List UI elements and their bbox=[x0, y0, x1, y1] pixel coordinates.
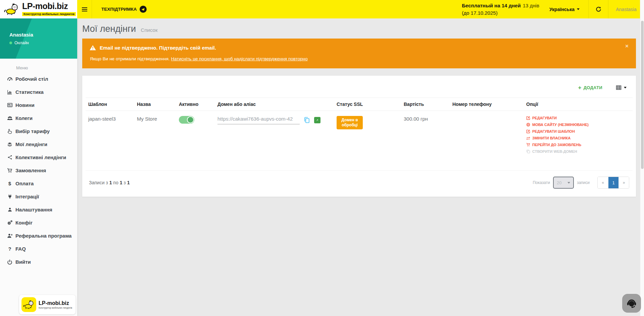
sidebar-user-status: Онлайн bbox=[14, 41, 29, 45]
sidebar-item-news[interactable]: Новини bbox=[0, 99, 77, 112]
option-create-web-domain[interactable]: СТВОРИТИ WEB-ДОМЕН bbox=[526, 149, 630, 153]
top-bar: LP-mobi.biz Конструктор мобильных лендин… bbox=[0, 0, 644, 18]
add-landing-button[interactable]: + ДОДАТИ bbox=[576, 85, 604, 90]
col-header-name: Назва bbox=[134, 98, 176, 111]
phone-cell bbox=[450, 111, 524, 171]
main-content: Мої лендінги Список Email не підтверджен… bbox=[77, 18, 644, 316]
copy-domain-button[interactable] bbox=[303, 117, 310, 124]
sidebar-item-orders[interactable]: Замовлення bbox=[0, 164, 77, 177]
sidebar-footer-logo[interactable]: LP-mobi.biz Конструктор мобільних лендін… bbox=[19, 295, 76, 314]
option-edit-template[interactable]: РЕДАГУВАТИ ШАБЛОН bbox=[526, 129, 630, 133]
question-icon: ? bbox=[6, 246, 13, 251]
account-name: Anastasia bbox=[616, 7, 636, 12]
page-subtitle: Список bbox=[141, 27, 158, 33]
sidebar-item-integrations[interactable]: Інтеграції bbox=[0, 190, 77, 203]
sidebar-item-statistics[interactable]: Статистика bbox=[0, 85, 77, 99]
dog-mascot-icon bbox=[21, 297, 36, 312]
option-change-owner[interactable]: ЗМІНИТИ ВЛАСНИКА bbox=[526, 136, 630, 140]
sidebar-toggle-button[interactable] bbox=[77, 0, 92, 18]
sidebar-user-name: Anastasia bbox=[9, 32, 77, 38]
headset-icon bbox=[626, 298, 637, 309]
trial-plan: Бесплатный на 14 дней bbox=[462, 3, 521, 8]
telegram-icon bbox=[140, 6, 147, 13]
option-go-to-orders[interactable]: ПЕРЕЙТИ ДО ЗАМОВЛЕНЬ bbox=[526, 143, 630, 147]
table-row: japan-steel3 My Store bbox=[86, 111, 633, 171]
trial-days-left: 13 днів bbox=[523, 3, 539, 8]
users-icon bbox=[6, 115, 13, 121]
sidebar-item-collective-landings[interactable]: Колективні лендінги bbox=[0, 151, 77, 164]
pagination: « 1 » bbox=[597, 177, 629, 189]
hand-pointer-icon bbox=[6, 129, 13, 134]
active-cell bbox=[176, 111, 215, 171]
user-plus-icon bbox=[6, 233, 13, 239]
sidebar-item-my-landings[interactable]: Мої лендінги bbox=[0, 138, 77, 151]
sidebar-item-payment[interactable]: $ Оплата bbox=[0, 177, 77, 190]
newspaper-icon bbox=[6, 102, 13, 108]
dollar-icon: $ bbox=[6, 181, 13, 186]
refresh-icon bbox=[596, 6, 601, 12]
sidebar: Anastasia Онлайн Меню Робочий стіл Стати… bbox=[0, 18, 77, 316]
gears-icon bbox=[6, 220, 13, 226]
sidebar-item-faq[interactable]: ? FAQ bbox=[0, 242, 77, 255]
page-scrollbar[interactable] bbox=[640, 0, 644, 316]
domain-input[interactable] bbox=[217, 116, 300, 124]
open-landing-button[interactable] bbox=[314, 117, 320, 123]
active-toggle[interactable] bbox=[179, 116, 194, 124]
logo-title: LP-mobi.biz bbox=[22, 1, 68, 11]
option-edit[interactable]: РЕДАГУВАТИ bbox=[526, 116, 630, 120]
language-selector[interactable]: Українська bbox=[549, 7, 580, 12]
sidebar-item-tariff[interactable]: Вибір тарифу bbox=[0, 125, 77, 138]
scrollbar-thumb[interactable] bbox=[641, 21, 644, 169]
sidebar-item-settings[interactable]: Налаштування bbox=[0, 203, 77, 216]
chevron-down-icon bbox=[577, 8, 580, 10]
plus-icon: + bbox=[578, 85, 581, 90]
chevron-down-icon bbox=[624, 87, 627, 88]
name-cell: My Store bbox=[134, 111, 176, 171]
landings-panel: + ДОДАТИ Шаблон На bbox=[82, 76, 636, 197]
col-header-template: Шаблон bbox=[86, 98, 134, 111]
alert-close-button[interactable]: × bbox=[623, 43, 631, 49]
refresh-button[interactable] bbox=[589, 0, 608, 18]
pager-next-button[interactable]: » bbox=[618, 177, 629, 188]
table-header-row: Шаблон Назва Активно Домен або аліас Ста… bbox=[86, 98, 633, 111]
email-warning-alert: Email не підтверджено. Підтвердіть свій … bbox=[82, 39, 636, 68]
share-icon bbox=[6, 155, 13, 160]
dog-mascot-icon bbox=[4, 3, 19, 15]
menu-section-label: Меню bbox=[0, 59, 77, 72]
price-cell: 300.00 грн bbox=[401, 111, 450, 171]
online-status-dot bbox=[9, 42, 12, 44]
dashboard-icon bbox=[6, 76, 13, 82]
chevron-down-icon bbox=[567, 182, 570, 184]
records-summary: Записи з 1 по 1 з 1 bbox=[89, 180, 130, 185]
sidebar-item-config[interactable]: Конфіг bbox=[0, 216, 77, 229]
sidebar-item-logout[interactable]: Вийти bbox=[0, 255, 77, 268]
col-header-options: Опції bbox=[524, 98, 633, 111]
alert-text: Якщо Ви не отримали підтвердження. bbox=[90, 56, 171, 61]
app-logo[interactable]: LP-mobi.biz Конструктор мобильных лендин… bbox=[0, 0, 77, 18]
power-icon bbox=[6, 259, 13, 265]
pager-page-1[interactable]: 1 bbox=[608, 177, 618, 188]
hamburger-icon bbox=[82, 6, 87, 12]
support-link[interactable]: ТЕХПІДТРИМКА bbox=[101, 6, 147, 13]
domain-cell bbox=[215, 111, 334, 171]
resend-confirmation-link[interactable]: Натисніть це посилання, щоб надіслати пі… bbox=[171, 56, 308, 61]
account-menu[interactable]: Anastasia bbox=[608, 0, 644, 18]
pager-prev-button[interactable]: « bbox=[598, 177, 608, 188]
show-label: Показати bbox=[533, 180, 550, 185]
col-header-phone: Номер телефону bbox=[450, 98, 524, 111]
trial-status: Бесплатный на 14 дней13 днів (до 17.10.2… bbox=[462, 2, 539, 17]
sidebar-menu: Робочий стіл Статистика Новини Колеги bbox=[0, 72, 77, 268]
page-size-select[interactable]: 20 bbox=[553, 177, 574, 189]
sidebar-user-panel: Anastasia Онлайн bbox=[0, 18, 77, 59]
option-site-language[interactable]: МОВА САЙТУ (НЕЗМІНЮВАНЕ) bbox=[526, 123, 630, 127]
col-header-active: Активно bbox=[176, 98, 215, 111]
sidebar-item-referral[interactable]: Реферальна програма bbox=[0, 229, 77, 242]
language-label: Українська bbox=[549, 7, 575, 12]
plug-icon bbox=[6, 194, 13, 199]
column-settings-button[interactable] bbox=[614, 84, 629, 91]
support-chat-button[interactable] bbox=[622, 294, 641, 313]
sidebar-item-colleagues[interactable]: Колеги bbox=[0, 112, 77, 125]
template-cell: japan-steel3 bbox=[86, 111, 134, 171]
sidebar-item-dashboard[interactable]: Робочий стіл bbox=[0, 72, 77, 85]
page-header: Мої лендінги Список bbox=[82, 24, 636, 34]
